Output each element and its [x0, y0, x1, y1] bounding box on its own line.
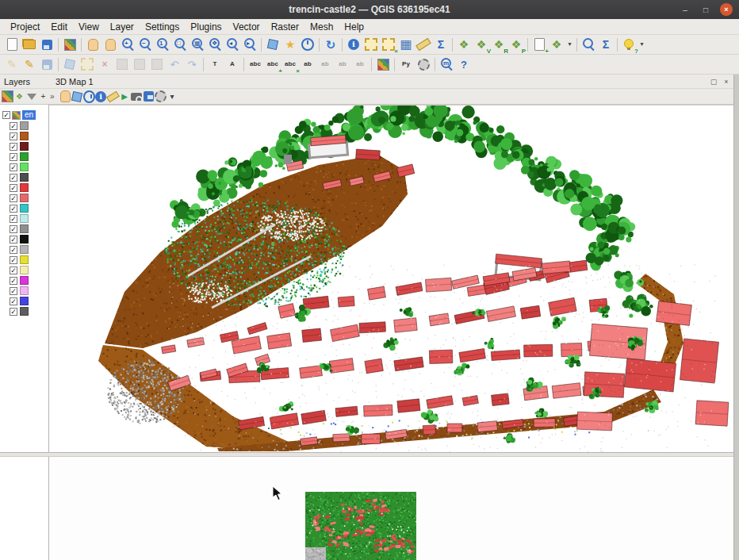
right-dock-strip[interactable] — [733, 75, 739, 560]
class-checkbox[interactable]: ✓ — [10, 174, 17, 182]
layer-class-row[interactable]: ✓ — [0, 131, 48, 141]
layer-class-row[interactable]: ✓ — [0, 193, 48, 203]
layer-class-row[interactable]: ✓ — [0, 255, 48, 265]
add-pointcloud-layer-icon[interactable]: ❖P — [508, 36, 524, 52]
text-annotation-icon[interactable]: T — [207, 56, 223, 72]
layer-class-row[interactable]: ✓ — [0, 296, 48, 306]
layer-class-row[interactable]: ✓ — [0, 162, 48, 172]
diagram-options-icon[interactable] — [375, 56, 391, 72]
style-manager-icon[interactable] — [62, 36, 78, 52]
identify-features-icon[interactable]: i — [346, 36, 362, 52]
layer-class-row[interactable]: ✓ — [0, 182, 48, 193]
class-checkbox[interactable]: ✓ — [10, 143, 17, 151]
class-checkbox[interactable]: ✓ — [10, 215, 17, 223]
new-3d-map-view-icon[interactable] — [265, 36, 281, 52]
save-project-icon[interactable] — [39, 36, 55, 52]
layer-checkbox[interactable]: ✓ — [2, 111, 10, 119]
layer-class-row[interactable]: ✓ — [0, 224, 48, 234]
move-label-icon[interactable]: ab — [317, 56, 333, 72]
camera-move-3d-icon[interactable] — [71, 90, 83, 102]
map-themes-icon[interactable]: ❖ — [549, 36, 565, 52]
camera-settings-3d-icon[interactable] — [155, 90, 167, 102]
spatial-bookmarks-icon[interactable]: ★ — [282, 36, 298, 52]
close-button[interactable]: × — [720, 3, 733, 16]
python-console-icon[interactable]: Py — [398, 56, 414, 72]
map2d-canvas[interactable] — [305, 492, 416, 560]
toggle-editing-icon[interactable]: ✎ — [21, 56, 37, 72]
add-vector-layer-icon[interactable]: ❖V — [473, 36, 489, 52]
layer-root-item[interactable]: ✓en — [0, 109, 48, 121]
layer-class-row[interactable]: ✓ — [0, 172, 48, 182]
maximize-button[interactable]: □ — [699, 3, 712, 16]
layer-class-row[interactable]: ✓ — [0, 213, 48, 224]
labeling-options-icon[interactable]: abc+ — [265, 56, 281, 72]
open-project-icon[interactable] — [21, 36, 37, 52]
data-source-manager-icon[interactable]: ❖ — [456, 36, 472, 52]
redo-icon[interactable]: ↷ — [184, 56, 200, 72]
class-checkbox[interactable]: ✓ — [10, 163, 17, 171]
layer-class-row[interactable]: ✓ — [0, 265, 48, 275]
menu-settings[interactable]: Settings — [140, 20, 185, 34]
class-checkbox[interactable]: ✓ — [10, 153, 17, 161]
zoom-out-icon[interactable]: − — [137, 36, 153, 52]
processing-toolbox-icon[interactable]: Σ — [598, 36, 614, 52]
cut-features-icon[interactable] — [114, 56, 130, 72]
expand-all-icon[interactable]: + — [37, 90, 49, 102]
tips-icon[interactable]: ? — [621, 36, 637, 52]
open-attribute-table-icon[interactable]: ▦ — [398, 36, 414, 52]
layer-class-row[interactable]: ✓ — [0, 234, 48, 244]
copy-features-icon[interactable] — [132, 56, 147, 72]
measure-3d-icon[interactable] — [107, 90, 119, 102]
delete-selected-icon[interactable]: × — [97, 56, 113, 72]
layer-class-row[interactable]: ✓ — [0, 152, 48, 162]
layer-class-row[interactable]: ✓ — [0, 121, 48, 131]
dock-float-icon[interactable]: ▢ — [709, 78, 718, 86]
filter-legend-icon[interactable] — [25, 90, 37, 102]
map-themes-panel-icon[interactable]: ❖ — [13, 90, 25, 102]
layer-labeling-icon[interactable]: abc — [247, 56, 263, 72]
zoom-full-icon[interactable]: □ — [172, 36, 188, 52]
layer-class-row[interactable]: ✓ — [0, 306, 48, 316]
menu-project[interactable]: Project — [5, 20, 45, 34]
zoom-last-icon[interactable]: ◂ — [224, 36, 240, 52]
menu-mesh[interactable]: Mesh — [304, 20, 339, 34]
class-checkbox[interactable]: ✓ — [10, 205, 17, 213]
map3d-canvas[interactable] — [49, 105, 733, 452]
class-checkbox[interactable]: ✓ — [10, 256, 17, 264]
class-checkbox[interactable]: ✓ — [10, 246, 17, 254]
class-checkbox[interactable]: ✓ — [10, 194, 17, 202]
class-checkbox[interactable]: ✓ — [10, 277, 17, 285]
zoom-in-icon[interactable]: + — [120, 36, 136, 52]
add-feature-icon[interactable] — [62, 56, 78, 72]
layer-styling-icon[interactable] — [2, 90, 13, 102]
menu-plugins[interactable]: Plugins — [185, 20, 227, 34]
current-edits-icon[interactable]: ✎ — [4, 56, 20, 72]
layer-class-row[interactable]: ✓ — [0, 203, 48, 213]
highlight-pinned-labels-icon[interactable]: ab — [300, 56, 316, 72]
options-3d-icon[interactable]: ▾ — [167, 90, 178, 102]
form-annotation-icon[interactable]: A — [224, 56, 240, 72]
layer-class-row[interactable]: ✓ — [0, 286, 48, 296]
layer-class-row[interactable]: ✓ — [0, 275, 48, 286]
menu-vector[interactable]: Vector — [228, 20, 266, 34]
pan-3d-icon[interactable] — [59, 90, 71, 102]
class-checkbox[interactable]: ✓ — [10, 297, 17, 305]
class-checkbox[interactable]: ✓ — [10, 122, 17, 130]
map-themes-dropdown-icon[interactable]: ▾ — [566, 36, 573, 52]
class-checkbox[interactable]: ✓ — [10, 287, 17, 295]
menu-edit[interactable]: Edit — [45, 20, 73, 34]
class-checkbox[interactable]: ✓ — [10, 267, 17, 274]
pan-to-selection-icon[interactable] — [102, 36, 118, 52]
layer-class-row[interactable]: ✓ — [0, 244, 48, 255]
zoom-to-layer-icon[interactable]: ❖ — [207, 36, 223, 52]
rotate-label-icon[interactable]: ab — [335, 56, 350, 72]
layer-label[interactable]: en — [22, 110, 36, 120]
statistical-summary-icon[interactable]: Σ — [433, 36, 449, 52]
new-project-icon[interactable] — [4, 36, 20, 52]
menu-layer[interactable]: Layer — [105, 20, 140, 34]
export-3d-icon[interactable] — [143, 90, 155, 102]
class-checkbox[interactable]: ✓ — [10, 132, 17, 140]
metasearch-icon[interactable]: m — [438, 56, 454, 72]
new-shapefile-layer-icon[interactable]: + — [531, 36, 547, 52]
menu-view[interactable]: View — [73, 20, 105, 34]
